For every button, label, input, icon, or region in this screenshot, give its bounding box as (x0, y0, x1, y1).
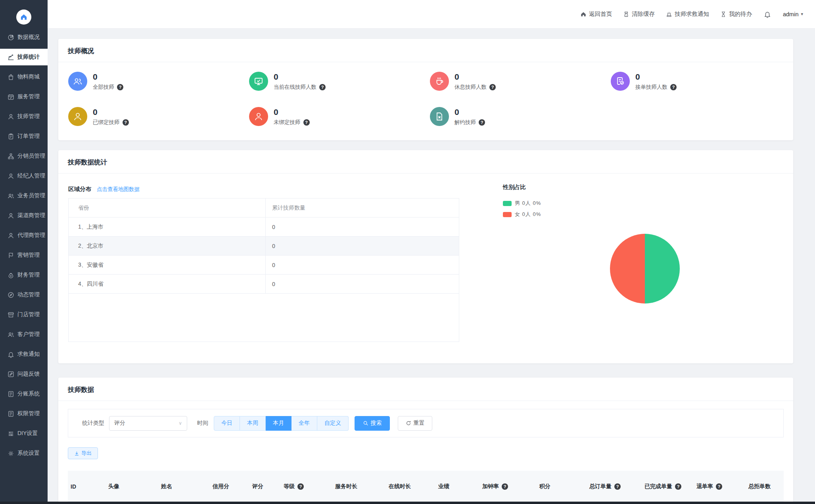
cal-icon (8, 94, 14, 100)
sidebar-item-broker-mgmt[interactable]: 经纪人管理 (0, 168, 48, 184)
table-column-header: 头像 (108, 483, 161, 490)
legend-marker (503, 212, 512, 217)
stat-label: 接单技师人数 (635, 84, 667, 91)
main-content: 技师概况 0 全部技师 ? 0 当前在线技师人数 ? 0 休息技师人数 ? (48, 29, 815, 504)
docx-icon (430, 107, 449, 126)
gender-ratio-title: 性别占比 (503, 184, 526, 190)
help-icon[interactable]: ? (716, 483, 722, 490)
tech-data-card: 技师数据 统计类型 评分 ∨ 时间 今日本周本月全年自定义 搜索 重置 导出 I… (58, 378, 793, 504)
stat-type-select[interactable]: 评分 ∨ (109, 416, 187, 431)
help-icon[interactable]: ? (123, 119, 129, 126)
help-icon[interactable]: ? (670, 84, 677, 90)
topbar-link-my-todo[interactable]: 我的待办 (720, 10, 752, 18)
help-icon[interactable]: ? (297, 483, 304, 490)
tech-overview-title: 技师概况 (68, 47, 94, 54)
download-icon (74, 451, 79, 456)
time-range-button-自定义[interactable]: 自定义 (317, 416, 349, 431)
search-button[interactable]: 搜索 (355, 416, 390, 431)
stat-all-techs: 0 全部技师 ? (68, 72, 249, 91)
tech-data-stats-title: 技师数据统计 (68, 158, 107, 166)
notification-bell-icon[interactable] (764, 11, 771, 18)
layout-icon (8, 430, 14, 437)
sidebar-item-sos-notice[interactable]: 求救通知 (0, 346, 48, 363)
help-icon[interactable]: ? (489, 84, 496, 90)
help-icon[interactable]: ? (675, 483, 681, 490)
help-icon[interactable]: ? (319, 84, 326, 90)
sidebar-item-agent-mgmt[interactable]: 代理商管理 (0, 227, 48, 244)
sidebar: 数据概况 技师统计 物料商城 服务管理 技师管理 订单管理 分销员管理 经纪人管… (0, 0, 48, 504)
sidebar-item-tech-stats[interactable]: 技师统计 (0, 49, 48, 65)
stat-resting-techs: 0 休息技师人数 ? (430, 72, 611, 91)
topbar-link-clear-cache[interactable]: 清除缓存 (623, 10, 655, 18)
sidebar-item-salesman-mgmt[interactable]: 业务员管理 (0, 187, 48, 204)
stat-value: 0 (274, 72, 326, 82)
topbar-link-tech-sos-notice[interactable]: 技师求救通知 (666, 10, 709, 18)
table-column-header: 在线时长 (389, 483, 438, 490)
clip-icon (8, 133, 14, 140)
sidebar-item-ledger-system[interactable]: 分账系统 (0, 386, 48, 402)
sidebar-item-system-settings[interactable]: 系统设置 (0, 445, 48, 462)
export-button[interactable]: 导出 (68, 447, 98, 459)
stat-label: 当前在线技师人数 (274, 84, 316, 91)
sidebar-item-distributor-mgmt[interactable]: 分销员管理 (0, 148, 48, 164)
sidebar-item-diy-settings[interactable]: DIY设置 (0, 425, 48, 442)
table-column-header: 信用分 (213, 483, 252, 490)
person-icon (8, 173, 14, 179)
time-range-button-今日[interactable]: 今日 (214, 416, 240, 431)
user-menu[interactable]: admin ▾ (783, 11, 803, 17)
tech-table-header: ID 头像 姓名 信用分 评分 等级 ? 服务时长 在线时长 业绩 加钟率 ? … (68, 471, 784, 502)
stat-value: 0 (454, 107, 485, 117)
sidebar-item-dynamic-mgmt[interactable]: 动态管理 (0, 286, 48, 303)
tech-data-stats-card: 技师数据统计 区域分布 点击查看地图数据 省份 累计技师数量 1、上海市 0 2… (58, 150, 793, 363)
sidebar-item-permission-mgmt[interactable]: 权限管理 (0, 405, 48, 422)
app-logo[interactable] (16, 10, 31, 25)
people-icon (8, 193, 14, 199)
legend-marker (503, 201, 512, 206)
sidebar-item-order-mgmt[interactable]: 订单管理 (0, 128, 48, 145)
topbar-link-back-home[interactable]: 返回首页 (580, 10, 612, 18)
legend-item-男[interactable]: 男 0人 0% (503, 200, 541, 207)
stat-online-techs: 0 当前在线技师人数 ? (249, 72, 430, 91)
table-column-header: 姓名 (161, 483, 213, 490)
stat-label: 未绑定技师 (274, 119, 301, 126)
table-column-header: 加钟率 ? (482, 483, 539, 490)
monitor-icon (249, 72, 268, 91)
sidebar-item-service-mgmt[interactable]: 服务管理 (0, 88, 48, 105)
sidebar-item-feedback[interactable]: 问题反馈 (0, 366, 48, 382)
time-range-button-本月[interactable]: 本月 (266, 416, 291, 431)
help-icon[interactable]: ? (117, 84, 123, 90)
legend-text: 男 0人 0% (515, 200, 541, 207)
column-province: 省份 (69, 204, 265, 212)
sidebar-item-tech-mgmt[interactable]: 技师管理 (0, 108, 48, 125)
bell-icon (8, 351, 14, 358)
view-map-data-link[interactable]: 点击查看地图数据 (97, 186, 140, 193)
help-icon[interactable]: ? (614, 483, 621, 490)
stats-grid: 0 全部技师 ? 0 当前在线技师人数 ? 0 休息技师人数 ? 0 (58, 62, 793, 126)
region-table-row: 4、四川省 0 (69, 275, 459, 294)
help-icon[interactable]: ? (502, 483, 508, 490)
stat-label: 休息技师人数 (454, 84, 487, 91)
sidebar-item-finance-mgmt[interactable]: 财务管理 (0, 267, 48, 283)
sidebar-item-data-overview[interactable]: 数据概况 (0, 29, 48, 46)
legend-item-女[interactable]: 女 0人 0% (503, 211, 541, 218)
horizontal-scrollbar[interactable] (0, 502, 815, 504)
pie-legend: 男 0人 0% 女 0人 0% (503, 200, 541, 218)
sidebar-item-material-mall[interactable]: 物料商城 (0, 69, 48, 85)
sidebar-item-store-mgmt[interactable]: 门店管理 (0, 306, 48, 323)
help-icon[interactable]: ? (479, 119, 485, 126)
pie-icon (8, 34, 14, 41)
people-icon (68, 72, 87, 91)
time-range-button-本周[interactable]: 本周 (240, 416, 266, 431)
stat-bound-techs: 0 已绑定技师 ? (68, 107, 249, 126)
help-icon[interactable]: ? (303, 119, 310, 126)
region-table-row: 3、安徽省 0 (69, 256, 459, 275)
sidebar-item-marketing-mgmt[interactable]: 营销管理 (0, 247, 48, 263)
sidebar-item-customer-mgmt[interactable]: 客户管理 (0, 326, 48, 343)
province-cell: 3、安徽省 (69, 262, 265, 269)
table-column-header: 总拒单数 (748, 483, 784, 490)
reset-button[interactable]: 重置 (398, 416, 432, 431)
topbar: 返回首页 清除缓存 技师求救通知 我的待办 admin ▾ (48, 0, 815, 29)
people-icon (8, 331, 14, 338)
sidebar-item-channel-mgmt[interactable]: 渠道商管理 (0, 207, 48, 224)
time-range-button-全年[interactable]: 全年 (291, 416, 317, 431)
